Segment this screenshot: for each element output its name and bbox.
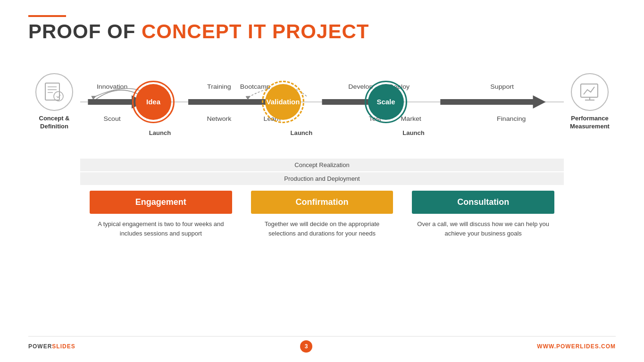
confirmation-text: Together we will decide on the appropria…: [251, 219, 393, 238]
production-deployment-band: Production and Deployment: [80, 172, 564, 185]
confirmation-card: Confirmation Together we will decide on …: [242, 191, 403, 332]
svg-text:Support: Support: [490, 84, 514, 90]
idea-circle-inner: Idea: [135, 84, 171, 120]
title-concept: CONCEPT IT PROJECT: [142, 20, 369, 42]
scale-node: Scale: [365, 81, 407, 123]
consultation-header: Consultation: [412, 191, 554, 214]
validation-node: Validation: [262, 81, 304, 123]
performance-label: PerformanceMeasurement: [570, 115, 610, 131]
svg-text:Launch: Launch: [291, 130, 313, 136]
footer-brand-slides: SLIDES: [52, 343, 75, 350]
performance-circle: [571, 73, 609, 111]
title-proof: PROOF OF: [28, 20, 142, 42]
idea-node: Idea: [132, 81, 175, 123]
idea-circle-outer: Idea: [132, 81, 175, 123]
footer-brand: POWERSLIDES: [28, 343, 75, 350]
engagement-header: Engagement: [90, 191, 232, 214]
svg-text:Innovation: Innovation: [97, 84, 127, 90]
concept-definition-label: Concept &Definition: [39, 115, 70, 131]
confirmation-header: Confirmation: [251, 191, 393, 214]
concept-icon: [42, 80, 66, 104]
concept-definition-circle: [35, 73, 73, 111]
validation-circle-outer: Validation: [262, 81, 304, 123]
footer-page-number: 3: [300, 340, 312, 353]
right-endpoint: PerformanceMeasurement: [564, 73, 616, 131]
svg-text:Network: Network: [207, 116, 231, 122]
diagram-section: Concept &Definition: [28, 50, 616, 154]
validation-circle-inner: Validation: [265, 84, 301, 120]
engagement-text: A typical engagement is two to four week…: [90, 219, 232, 238]
svg-text:Financing: Financing: [497, 116, 526, 122]
engagement-card: Engagement A typical engagement is two t…: [80, 191, 242, 332]
footer-website: WWW.POWERLIDES.COM: [537, 343, 616, 350]
consultation-card: Consultation Over a call, we will discus…: [402, 191, 564, 332]
performance-icon: [578, 80, 602, 104]
timeline-container: Innovation Training Bootcamp Develop Dep…: [80, 55, 564, 149]
concept-realization-band: Concept Realization: [80, 159, 564, 171]
svg-text:Scout: Scout: [103, 116, 120, 122]
consultation-text: Over a call, we will discuss how we can …: [412, 219, 554, 238]
scale-circle-outer: Scale: [365, 81, 407, 123]
footer-brand-power: POWER: [28, 343, 52, 350]
page-title: PROOF OF CONCEPT IT PROJECT: [28, 22, 616, 42]
svg-text:Launch: Launch: [402, 130, 425, 136]
header-accent: [28, 15, 66, 17]
svg-text:Launch: Launch: [149, 130, 171, 136]
bottom-section: Concept Realization Production and Deplo…: [28, 159, 616, 332]
scale-circle-inner: Scale: [368, 84, 404, 120]
footer: POWERSLIDES 3 WWW.POWERLIDES.COM: [28, 336, 616, 353]
svg-text:Training: Training: [207, 84, 231, 90]
left-endpoint: Concept &Definition: [28, 73, 80, 131]
cards-row: Engagement A typical engagement is two t…: [80, 191, 564, 332]
